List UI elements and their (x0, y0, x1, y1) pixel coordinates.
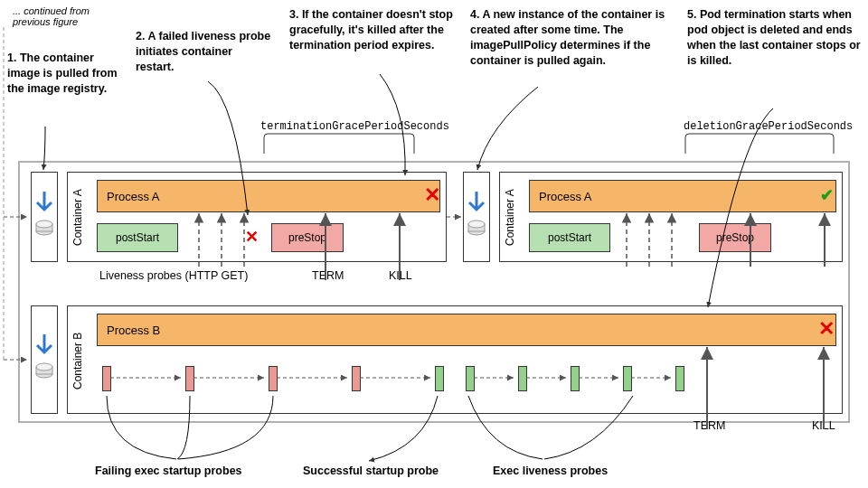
startup-probe-fail (102, 366, 111, 391)
deletion-grace-label: deletionGracePeriodSeconds (684, 120, 853, 133)
container-a-instance-2: Container A Process A ✔ postStart preSto… (499, 172, 843, 262)
failing-startup-label: Failing exec startup probes (95, 465, 242, 477)
startup-probe-ok (435, 366, 444, 391)
callout-5: 5. Pod termination starts when pod objec… (687, 7, 863, 69)
startup-probe-fail (352, 366, 361, 391)
svg-point-5 (468, 221, 485, 228)
prestop-a-2: preStop (699, 223, 771, 252)
container-b-label: Container B (71, 319, 84, 402)
liveness-probe-ok (571, 366, 580, 391)
poststart-a-2: postStart (529, 223, 610, 252)
prestop-a-1: preStop (271, 223, 344, 252)
term-label-b: TERM (693, 419, 725, 432)
liveness-probe-ok (675, 366, 684, 391)
container-a-instance-1: Container A Process A ✕ postStart preSto… (67, 172, 447, 262)
liveness-probe-ok (623, 366, 632, 391)
kill-x-icon: ✕ (424, 185, 440, 205)
callout-2: 2. A failed liveness probe initiates con… (136, 29, 271, 75)
liveness-label: Liveness probes (HTTP GET) (99, 269, 248, 282)
container-a-label: Container A (71, 180, 84, 256)
container-b: Container B Process B ✕ (67, 305, 843, 414)
startup-probe-fail (269, 366, 278, 391)
pull-icon (33, 190, 55, 244)
liveness-probe-ok (518, 366, 527, 391)
svg-point-2 (36, 221, 52, 228)
process-b-bar: Process B (97, 314, 836, 346)
kill-label-b: KILL (812, 419, 835, 432)
successful-startup-label: Successful startup probe (303, 465, 439, 477)
poststart-a-1: postStart (97, 223, 178, 252)
container-a-label-2: Container A (504, 180, 516, 256)
continued-label: ... continued from previous figure (13, 5, 112, 27)
process-a-bar-2: Process A (529, 180, 836, 212)
svg-point-8 (36, 363, 52, 371)
callout-3: 3. If the container doesn't stop gracefu… (289, 7, 457, 53)
graceful-stop-check-icon: ✔ (820, 187, 834, 203)
callout-1: 1. The container image is pulled from th… (7, 51, 120, 97)
liveness-probe-ok (466, 366, 475, 391)
process-a-bar-1: Process A (97, 180, 440, 212)
kill-x-b-icon: ✕ (818, 319, 835, 339)
pull-icon (33, 333, 55, 387)
exec-liveness-label: Exec liveness probes (493, 465, 608, 477)
term-label-a: TERM (312, 269, 344, 282)
startup-probe-fail (185, 366, 194, 391)
pull-icon (466, 190, 487, 244)
pull-box-b (31, 305, 58, 414)
pull-box-a2 (463, 172, 490, 262)
probe-fail-x-icon: ✕ (245, 229, 259, 245)
termination-grace-label: terminationGracePeriodSeconds (260, 120, 449, 133)
callout-4: 4. A new instance of the container is cr… (470, 7, 669, 69)
kill-label-a: KILL (389, 269, 412, 282)
pull-box-a1 (31, 172, 58, 262)
